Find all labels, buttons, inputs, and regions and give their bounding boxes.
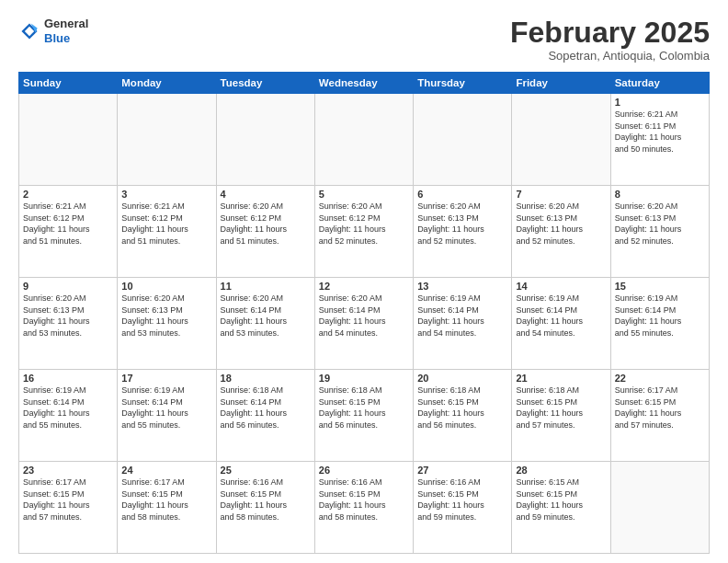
calendar-cell [314,94,413,186]
calendar-cell: 2Sunrise: 6:21 AM Sunset: 6:12 PM Daylig… [19,186,118,278]
calendar-cell: 6Sunrise: 6:20 AM Sunset: 6:13 PM Daylig… [414,186,512,278]
calendar-cell: 5Sunrise: 6:20 AM Sunset: 6:12 PM Daylig… [314,186,413,278]
calendar-week-5: 23Sunrise: 6:17 AM Sunset: 6:15 PM Dayli… [19,462,710,554]
day-number: 8 [615,189,705,200]
calendar-cell [19,94,118,186]
cell-info: Sunrise: 6:16 AM Sunset: 6:15 PM Dayligh… [417,477,507,523]
calendar-cell [512,94,610,186]
calendar-cell: 9Sunrise: 6:20 AM Sunset: 6:13 PM Daylig… [19,278,118,370]
logo: General Blue [18,17,88,45]
day-number: 14 [516,281,606,292]
cell-info: Sunrise: 6:21 AM Sunset: 6:12 PM Dayligh… [121,201,211,247]
day-number: 13 [417,281,507,292]
day-number: 15 [615,281,705,292]
day-number: 12 [319,281,409,292]
day-number: 5 [319,189,409,200]
calendar-week-3: 9Sunrise: 6:20 AM Sunset: 6:13 PM Daylig… [19,278,710,370]
col-header-wednesday: Wednesday [314,73,413,94]
cell-info: Sunrise: 6:21 AM Sunset: 6:12 PM Dayligh… [23,201,113,247]
cell-info: Sunrise: 6:19 AM Sunset: 6:14 PM Dayligh… [615,293,705,339]
logo-icon [18,20,40,42]
calendar-cell: 11Sunrise: 6:20 AM Sunset: 6:14 PM Dayli… [216,278,314,370]
cell-info: Sunrise: 6:20 AM Sunset: 6:13 PM Dayligh… [121,293,211,339]
calendar-cell [216,94,314,186]
calendar-week-2: 2Sunrise: 6:21 AM Sunset: 6:12 PM Daylig… [19,186,710,278]
cell-info: Sunrise: 6:15 AM Sunset: 6:15 PM Dayligh… [516,477,606,523]
day-number: 16 [23,373,113,384]
day-number: 23 [23,465,113,476]
cell-info: Sunrise: 6:19 AM Sunset: 6:14 PM Dayligh… [516,293,606,339]
cell-info: Sunrise: 6:19 AM Sunset: 6:14 PM Dayligh… [121,385,211,431]
day-number: 19 [319,373,409,384]
day-number: 3 [121,189,211,200]
header: General Blue February 2025 Sopetran, Ant… [18,17,710,63]
cell-info: Sunrise: 6:18 AM Sunset: 6:14 PM Dayligh… [221,385,311,431]
day-number: 6 [417,189,507,200]
location: Sopetran, Antioquia, Colombia [510,49,710,63]
cell-info: Sunrise: 6:20 AM Sunset: 6:14 PM Dayligh… [221,293,311,339]
calendar-cell: 19Sunrise: 6:18 AM Sunset: 6:15 PM Dayli… [314,370,413,462]
cell-info: Sunrise: 6:19 AM Sunset: 6:14 PM Dayligh… [417,293,507,339]
cell-info: Sunrise: 6:20 AM Sunset: 6:13 PM Dayligh… [516,201,606,247]
calendar-cell: 13Sunrise: 6:19 AM Sunset: 6:14 PM Dayli… [414,278,512,370]
calendar-cell: 3Sunrise: 6:21 AM Sunset: 6:12 PM Daylig… [118,186,216,278]
calendar-cell: 21Sunrise: 6:18 AM Sunset: 6:15 PM Dayli… [512,370,610,462]
calendar-cell: 25Sunrise: 6:16 AM Sunset: 6:15 PM Dayli… [216,462,314,554]
calendar-week-4: 16Sunrise: 6:19 AM Sunset: 6:14 PM Dayli… [19,370,710,462]
calendar-cell [414,94,512,186]
logo-blue: Blue [44,31,70,45]
cell-info: Sunrise: 6:18 AM Sunset: 6:15 PM Dayligh… [417,385,507,431]
month-year: February 2025 [510,17,710,49]
day-number: 11 [221,281,311,292]
calendar-cell: 7Sunrise: 6:20 AM Sunset: 6:13 PM Daylig… [512,186,610,278]
cell-info: Sunrise: 6:17 AM Sunset: 6:15 PM Dayligh… [615,385,705,431]
calendar-table: SundayMondayTuesdayWednesdayThursdayFrid… [18,72,710,554]
cell-info: Sunrise: 6:20 AM Sunset: 6:13 PM Dayligh… [417,201,507,247]
cell-info: Sunrise: 6:18 AM Sunset: 6:15 PM Dayligh… [319,385,409,431]
day-number: 17 [121,373,211,384]
day-number: 1 [615,97,705,108]
cell-info: Sunrise: 6:21 AM Sunset: 6:11 PM Dayligh… [615,109,705,155]
calendar-cell: 12Sunrise: 6:20 AM Sunset: 6:14 PM Dayli… [314,278,413,370]
calendar-cell: 1Sunrise: 6:21 AM Sunset: 6:11 PM Daylig… [610,94,709,186]
calendar-cell: 20Sunrise: 6:18 AM Sunset: 6:15 PM Dayli… [414,370,512,462]
calendar-week-1: 1Sunrise: 6:21 AM Sunset: 6:11 PM Daylig… [19,94,710,186]
calendar-cell: 17Sunrise: 6:19 AM Sunset: 6:14 PM Dayli… [118,370,216,462]
day-number: 10 [121,281,211,292]
calendar-cell: 15Sunrise: 6:19 AM Sunset: 6:14 PM Dayli… [610,278,709,370]
calendar-cell: 10Sunrise: 6:20 AM Sunset: 6:13 PM Dayli… [118,278,216,370]
col-header-tuesday: Tuesday [216,73,314,94]
calendar-cell [118,94,216,186]
cell-info: Sunrise: 6:16 AM Sunset: 6:15 PM Dayligh… [221,477,311,523]
day-number: 25 [221,465,311,476]
calendar-header-row: SundayMondayTuesdayWednesdayThursdayFrid… [19,73,710,94]
cell-info: Sunrise: 6:18 AM Sunset: 6:15 PM Dayligh… [516,385,606,431]
calendar-cell [610,462,709,554]
calendar-cell: 22Sunrise: 6:17 AM Sunset: 6:15 PM Dayli… [610,370,709,462]
cell-info: Sunrise: 6:16 AM Sunset: 6:15 PM Dayligh… [319,477,409,523]
cell-info: Sunrise: 6:20 AM Sunset: 6:14 PM Dayligh… [319,293,409,339]
title-block: February 2025 Sopetran, Antioquia, Colom… [510,17,710,63]
calendar-cell: 16Sunrise: 6:19 AM Sunset: 6:14 PM Dayli… [19,370,118,462]
calendar-cell: 14Sunrise: 6:19 AM Sunset: 6:14 PM Dayli… [512,278,610,370]
day-number: 18 [221,373,311,384]
day-number: 20 [417,373,507,384]
cell-info: Sunrise: 6:17 AM Sunset: 6:15 PM Dayligh… [23,477,113,523]
logo-general: General [44,17,88,30]
day-number: 24 [121,465,211,476]
calendar-cell: 26Sunrise: 6:16 AM Sunset: 6:15 PM Dayli… [314,462,413,554]
calendar-cell: 4Sunrise: 6:20 AM Sunset: 6:12 PM Daylig… [216,186,314,278]
day-number: 4 [221,189,311,200]
day-number: 27 [417,465,507,476]
cell-info: Sunrise: 6:19 AM Sunset: 6:14 PM Dayligh… [23,385,113,431]
cell-info: Sunrise: 6:17 AM Sunset: 6:15 PM Dayligh… [121,477,211,523]
cell-info: Sunrise: 6:20 AM Sunset: 6:13 PM Dayligh… [23,293,113,339]
cell-info: Sunrise: 6:20 AM Sunset: 6:12 PM Dayligh… [319,201,409,247]
day-number: 2 [23,189,113,200]
calendar-cell: 24Sunrise: 6:17 AM Sunset: 6:15 PM Dayli… [118,462,216,554]
col-header-friday: Friday [512,73,610,94]
calendar-cell: 8Sunrise: 6:20 AM Sunset: 6:13 PM Daylig… [610,186,709,278]
calendar-cell: 28Sunrise: 6:15 AM Sunset: 6:15 PM Dayli… [512,462,610,554]
col-header-saturday: Saturday [610,73,709,94]
col-header-monday: Monday [118,73,216,94]
